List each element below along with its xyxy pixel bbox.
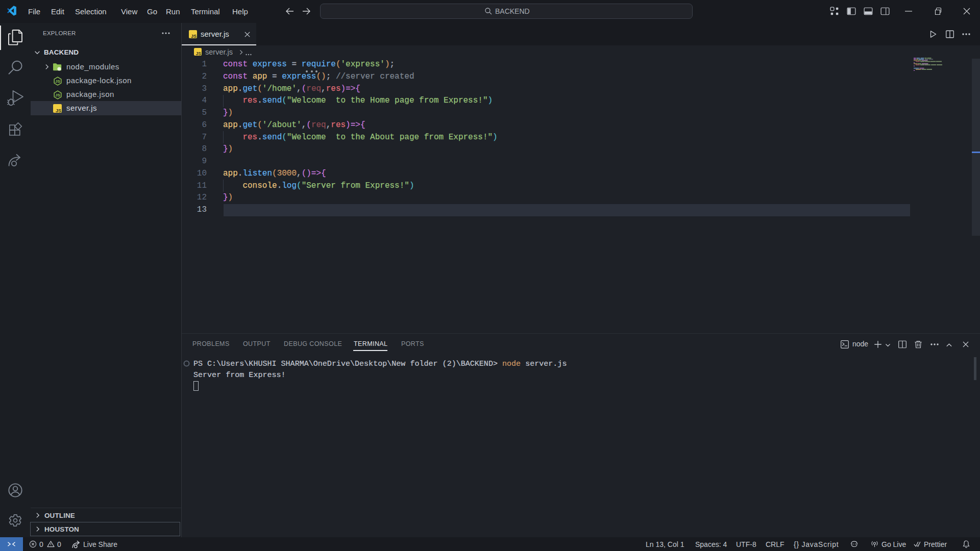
svg-text:JS: JS (55, 93, 60, 97)
svg-text:JS: JS (55, 79, 60, 84)
